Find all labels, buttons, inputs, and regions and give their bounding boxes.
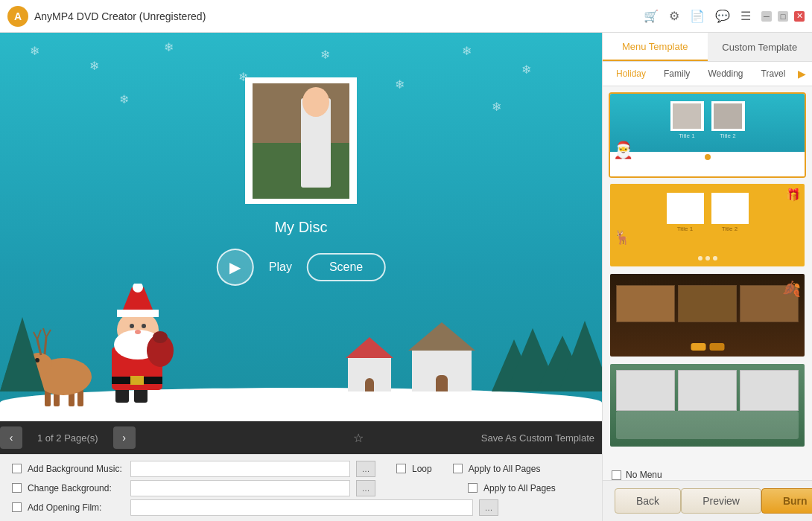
save-template-area: ☆ Save As Custom Template [353, 431, 602, 445]
t3-btn-2 [709, 343, 724, 351]
opening-film-input[interactable] [130, 499, 473, 516]
t2-reindeer-deco: 🦌 [614, 229, 630, 246]
snowflake-3: ❄ [164, 40, 174, 54]
opening-film-label: Add Opening Film: [28, 502, 124, 513]
snowflake-9: ❄ [119, 92, 129, 106]
snowflake-1: ❄ [30, 44, 39, 58]
apply-all-2-checkbox[interactable] [468, 483, 478, 493]
title-bar: A AnyMP4 DVD Creator (Unregistered) 🛒 ⚙ … [0, 0, 812, 33]
house-door-small [365, 378, 374, 391]
change-bg-browse[interactable]: … [356, 480, 375, 496]
snowflake-6: ❄ [395, 77, 405, 92]
t1-santa-deco: 🎅 [613, 141, 633, 160]
tab-custom-template[interactable]: Custom Template [708, 33, 813, 61]
t1-btn-2 [705, 154, 711, 160]
star-icon: ☆ [353, 431, 364, 445]
cat-family[interactable]: Family [656, 66, 697, 81]
t3-photo-2 [678, 285, 737, 322]
template-1-thumbs [610, 94, 805, 131]
next-page-button[interactable]: › [113, 426, 136, 449]
template-item-1[interactable]: Title 1 Title 2 🎅 [609, 92, 806, 178]
template-1-thumb-2 [711, 101, 745, 131]
category-tabs: Holiday Family Wedding Travel ▶ [603, 62, 812, 86]
svg-marker-37 [0, 317, 45, 391]
loop-checkbox[interactable] [396, 464, 406, 473]
house-small [346, 337, 393, 391]
opening-film-checkbox[interactable] [12, 502, 22, 512]
list-icon[interactable]: ☰ [740, 9, 751, 23]
chat-icon[interactable]: 💬 [715, 9, 730, 23]
houses [346, 322, 475, 391]
right-panel: Menu Template Custom Template Holiday Fa… [602, 33, 812, 521]
settings-icon[interactable]: ⚙ [669, 9, 679, 23]
opening-film-row: Add Opening Film: … [12, 499, 590, 516]
snowflake-8: ❄ [521, 63, 531, 77]
maximize-button[interactable]: □ [778, 11, 788, 22]
christmas-scene: danji100.com [0, 272, 602, 421]
t2-stocking-deco: 🎁 [786, 188, 801, 202]
bg-music-input[interactable] [130, 461, 350, 477]
t3-photo-strip [610, 274, 805, 322]
loop-label: Loop [412, 464, 432, 474]
template-tabs: Menu Template Custom Template [603, 33, 812, 62]
cat-arrow-right[interactable]: ▶ [798, 68, 806, 80]
watermark: danji100.com [554, 412, 598, 420]
t3-photo-1 [616, 285, 675, 322]
bottom-buttons: Back Preview Burn [603, 480, 812, 521]
no-menu-checkbox[interactable] [612, 470, 621, 480]
template-1-preview: Title 1 Title 2 🎅 [610, 94, 805, 176]
prev-page-button[interactable]: ‹ [0, 426, 22, 449]
preview-panel: ❄ ❄ ❄ ❄ ❄ ❄ ❄ ❄ ❄ ❄ [0, 33, 602, 521]
template-3-preview: 🍂 [610, 274, 805, 357]
cat-wedding[interactable]: Wedding [700, 66, 750, 81]
change-bg-input[interactable] [130, 480, 350, 496]
document-icon[interactable]: 📄 [690, 9, 705, 23]
save-template-button[interactable]: Save As Custom Template [481, 432, 594, 444]
template-item-4[interactable] [609, 362, 806, 448]
cat-travel[interactable]: Travel [754, 66, 793, 81]
preview-button[interactable]: Preview [681, 488, 761, 514]
back-button[interactable]: Back [615, 488, 681, 514]
opening-film-browse[interactable]: … [479, 499, 498, 516]
bg-music-label: Add Background Music: [28, 464, 124, 474]
photo-content [253, 83, 349, 199]
bg-music-row: Add Background Music: … Loop Apply to Al… [12, 461, 590, 477]
change-bg-checkbox[interactable] [12, 483, 22, 493]
house-body-small [348, 358, 391, 391]
template-2-thumb-2 [711, 193, 749, 224]
close-button[interactable]: ✕ [794, 11, 805, 22]
t3-btn-1 [691, 343, 705, 351]
toolbar-icons: 🛒 ⚙ 📄 💬 ☰ [644, 9, 751, 23]
no-menu-row: No Menu [603, 464, 812, 480]
house-large [408, 322, 475, 391]
t4-photo-3 [740, 370, 799, 411]
apply-all-1-checkbox[interactable] [453, 464, 463, 473]
background-trees [0, 272, 602, 391]
t2-dot-2 [705, 256, 710, 260]
cat-holiday[interactable]: Holiday [609, 66, 653, 81]
svg-rect-4 [306, 121, 326, 158]
apply-all-1-label: Apply to All Pages [469, 464, 541, 474]
bg-music-checkbox[interactable] [12, 464, 22, 473]
bg-music-browse[interactable]: … [356, 461, 375, 477]
disc-title: My Disc [274, 219, 327, 236]
tab-menu-template[interactable]: Menu Template [603, 33, 708, 61]
t4-family-strip [616, 411, 799, 439]
no-menu-label: No Menu [626, 470, 662, 480]
burn-button[interactable]: Burn [761, 488, 812, 514]
t2-dot-3 [713, 256, 717, 260]
cart-icon[interactable]: 🛒 [644, 9, 659, 23]
template-4-preview [610, 364, 805, 447]
app-title: AnyMP4 DVD Creator (Unregistered) [34, 10, 644, 22]
snowflake-7: ❄ [462, 44, 472, 58]
template-item-3[interactable]: 🍂 [609, 272, 806, 358]
apply-all-2-label: Apply to All Pages [483, 483, 556, 493]
t1-buttons [696, 154, 720, 160]
house-roof-small [346, 337, 393, 358]
template-2-preview: Title 1 Title 2 🦌 🎁 [610, 184, 805, 266]
photo-frame [245, 77, 357, 204]
window-controls: ─ □ ✕ [761, 11, 805, 22]
template-item-2[interactable]: Title 1 Title 2 🦌 🎁 [609, 182, 806, 268]
minimize-button[interactable]: ─ [761, 11, 772, 22]
change-bg-row: Change Background: … Apply to All Pages [12, 480, 590, 496]
